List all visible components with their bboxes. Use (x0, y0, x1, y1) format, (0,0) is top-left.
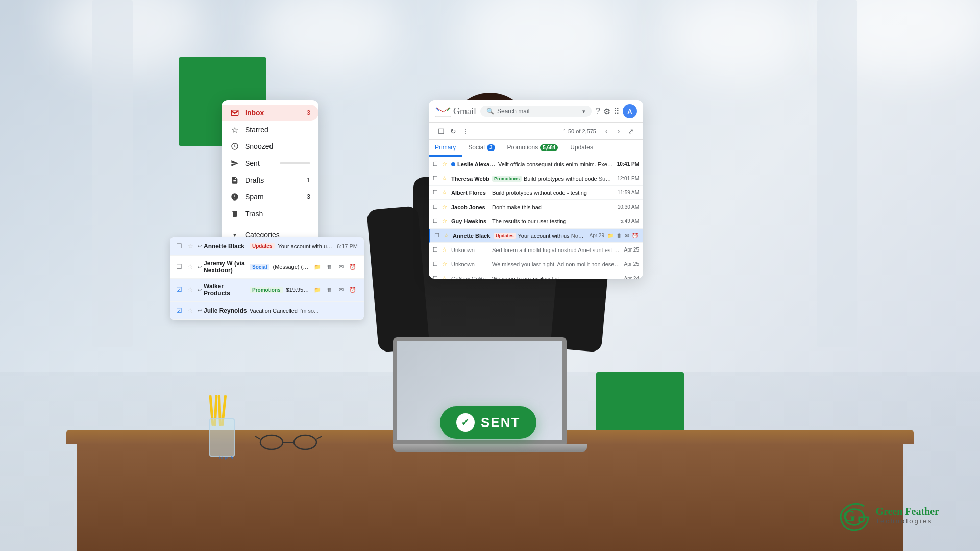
desk (77, 439, 903, 551)
email-row-1[interactable]: ☐ ☆ Theresa Webb Promotions Build protot… (429, 171, 643, 186)
avatar[interactable]: A (623, 104, 637, 118)
bottom-star-2[interactable]: ☆ (187, 286, 195, 294)
bottom-sender-0: Annette Black (204, 243, 250, 250)
star-6[interactable]: ☆ (442, 246, 449, 253)
sidebar-snoozed-label: Snoozed (245, 142, 310, 151)
gmail-toolbar: ☐ ↻ ⋮ 1-50 of 2,575 ‹ › ⤢ (429, 123, 643, 140)
trash-icon (230, 209, 240, 219)
time-2: 11:59 AM (618, 190, 639, 195)
column-right (817, 0, 857, 347)
sidebar-item-spam[interactable]: Spam 3 (222, 189, 318, 205)
time-4: 5:49 AM (620, 218, 639, 224)
star-1[interactable]: ☆ (442, 175, 449, 182)
settings-icon[interactable]: ⚙ (603, 107, 610, 116)
sidebar-item-sent[interactable]: Sent (222, 155, 318, 171)
email-row-6[interactable]: ☐ ☆ Unknown Sed lorem alit mollit fugiat… (429, 243, 643, 257)
sent-bar (280, 162, 310, 164)
delete-action-2[interactable]: 🗑 (324, 285, 334, 295)
snooze-icon-5[interactable]: ⏰ (631, 232, 639, 239)
bottom-star-1[interactable]: ☆ (187, 263, 195, 271)
sidebar-trash-label: Trash (245, 210, 310, 218)
sidebar-item-drafts[interactable]: Drafts 1 (222, 172, 318, 188)
sidebar-divider (230, 224, 310, 224)
sidebar-item-starred[interactable]: ☆ Starred (222, 121, 318, 138)
bottom-forward-2: ↩ (198, 287, 202, 293)
svg-point-1 (294, 435, 316, 449)
refresh-icon[interactable]: ↻ (447, 125, 459, 137)
bottom-tag-1: Social (250, 264, 270, 270)
header-actions: ? ⚙ ⠿ A (596, 104, 637, 118)
archive-icon-5[interactable]: 📁 (606, 232, 615, 239)
archive-action-2[interactable]: 📁 (312, 285, 323, 295)
bottom-checkbox-1[interactable]: ☐ (176, 263, 184, 271)
delete-action-1[interactable]: 🗑 (324, 262, 334, 272)
checkbox-6[interactable]: ☐ (433, 246, 440, 254)
tab-promotions-badge: 5,684 (540, 144, 558, 151)
star-8[interactable]: ☆ (442, 275, 449, 279)
checkbox-2[interactable]: ☐ (433, 189, 440, 196)
more-actions-icon[interactable]: ⋮ (459, 125, 472, 137)
gmail-main-panel: Gmail 🔍 Search mail ▾ ? ⚙ ⠿ A ☐ ↻ ⋮ 1-50… (429, 100, 643, 279)
search-bar[interactable]: 🔍 Search mail ▾ (480, 106, 592, 117)
mark-action-1[interactable]: ✉ (336, 262, 346, 272)
email-actions-5: 📁 🗑 ✉ ⏰ (606, 232, 639, 239)
star-3[interactable]: ☆ (442, 204, 449, 210)
mark-action-2[interactable]: ✉ (336, 285, 346, 295)
bottom-star-0[interactable]: ☆ (187, 242, 195, 251)
checkbox-4[interactable]: ☐ (433, 218, 440, 225)
bottom-email-row-3[interactable]: ☑ ☆ ↩ Julie Reynolds Vacation Cancelled … (170, 302, 364, 320)
subject-0: Velit officia consequat duis enim minim.… (498, 161, 614, 167)
tab-primary[interactable]: Primary (429, 140, 462, 157)
help-icon[interactable]: ? (596, 107, 600, 116)
sidebar-item-trash[interactable]: Trash (222, 206, 318, 222)
delete-icon-5[interactable]: 🗑 (616, 232, 623, 239)
gmail-tabs: Primary Social 3 Promotions 5,684 Update… (429, 140, 643, 157)
checkbox-5[interactable]: ☐ (434, 232, 442, 239)
sidebar-item-snoozed[interactable]: Snoozed (222, 138, 318, 155)
bottom-tag-2: Promotions (250, 287, 283, 293)
bottom-email-row-1[interactable]: ☐ ☆ ↩ Jeremy W (via Nextdoor) Social (Me… (170, 256, 364, 279)
spam-icon (230, 192, 240, 202)
tab-social[interactable]: Social 3 (462, 140, 501, 157)
email-row-0[interactable]: ☐ ☆ Leslie Alexander Velit officia conse… (429, 157, 643, 171)
star-0[interactable]: ☆ (442, 161, 449, 167)
pencil-cup-glass (209, 418, 235, 457)
checkbox-7[interactable]: ☐ (433, 261, 440, 268)
bottom-email-row-0[interactable]: ☐ ☆ ↩ Annette Black Updates Your account… (170, 237, 364, 256)
email-row-2[interactable]: ☐ ☆ Albert Flores Build prototypes witho… (429, 186, 643, 200)
tab-promotions[interactable]: Promotions 5,684 (501, 140, 565, 157)
sidebar-drafts-label: Drafts (245, 176, 307, 184)
checkbox-0[interactable]: ☐ (433, 161, 440, 168)
bottom-star-3[interactable]: ☆ (187, 307, 195, 315)
tab-updates[interactable]: Updates (564, 140, 599, 157)
email-row-4[interactable]: ☐ ☆ Guy Hawkins The results to our user … (429, 214, 643, 229)
email-row-3[interactable]: ☐ ☆ Jacob Jones Don't make this bad 10:3… (429, 200, 643, 214)
mark-icon-5[interactable]: ✉ (624, 232, 630, 239)
bottom-checkbox-2[interactable]: ☑ (176, 286, 184, 294)
bottom-email-row-2[interactable]: ☑ ☆ ↩ Walker Products Promotions $19.95 … (170, 279, 364, 302)
bottom-forward-3: ↩ (198, 308, 202, 313)
prev-page-icon[interactable]: ‹ (600, 125, 612, 137)
checkbox-8[interactable]: ☐ (433, 275, 440, 279)
star-7[interactable]: ☆ (442, 261, 449, 267)
snooze-action-2[interactable]: ⏰ (348, 285, 358, 295)
checkbox-1[interactable]: ☐ (433, 175, 440, 182)
expand-icon[interactable]: ⤢ (625, 125, 637, 137)
sidebar-item-inbox[interactable]: Inbox 3 (222, 105, 318, 121)
archive-action-1[interactable]: 📁 (312, 262, 323, 272)
email-row-7[interactable]: ☐ ☆ Unknown We missed you last night. Ad… (429, 257, 643, 271)
apps-icon[interactable]: ⠿ (614, 107, 620, 116)
next-page-icon[interactable]: › (612, 125, 625, 137)
company-logo-icon: G (839, 500, 869, 531)
bottom-checkbox-0[interactable]: ☐ (176, 242, 184, 251)
email-row-8[interactable]: ☐ ☆ GoNew GoBuilders Welcome to our mail… (429, 271, 643, 279)
svg-line-3 (255, 436, 260, 439)
star-4[interactable]: ☆ (442, 218, 449, 224)
snooze-action-1[interactable]: ⏰ (348, 262, 358, 272)
email-row-5[interactable]: ☐ ☆ Annette Black Updates Your account w… (429, 229, 643, 243)
star-5[interactable]: ☆ (444, 232, 451, 239)
bottom-checkbox-3[interactable]: ☑ (176, 307, 184, 315)
checkbox-all-icon[interactable]: ☐ (435, 125, 447, 137)
star-2[interactable]: ☆ (442, 189, 449, 196)
checkbox-3[interactable]: ☐ (433, 204, 440, 211)
